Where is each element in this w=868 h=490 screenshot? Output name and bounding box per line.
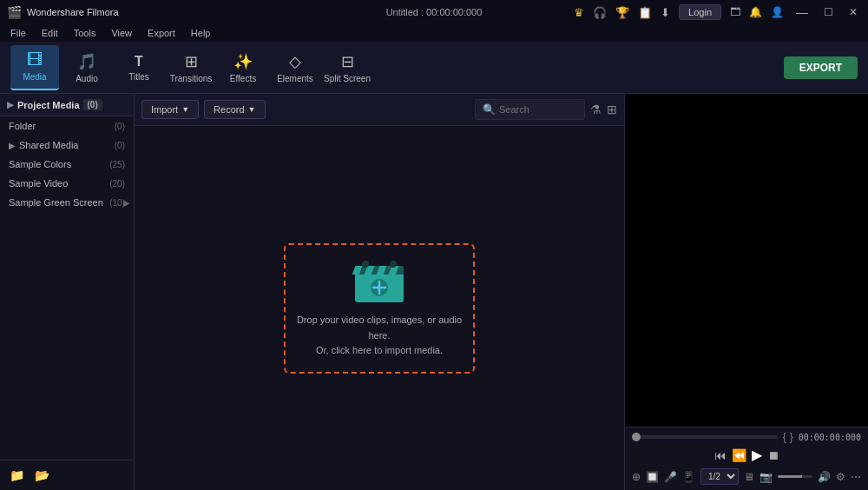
bracket-close: } xyxy=(790,431,793,443)
login-button[interactable]: Login xyxy=(679,4,721,20)
menu-help[interactable]: Help xyxy=(184,26,218,40)
media-label: Media xyxy=(23,72,46,82)
menu-file[interactable]: File xyxy=(3,26,33,40)
left-panel: ▶ Project Media (0) Folder (0) ▶ Shared … xyxy=(0,94,135,490)
preview-panel: { } 00:00:00:000 ⏮ ⏪ ▶ ⏹ ⊕ 🔲 🎤 📱 1/2 🖥 xyxy=(625,94,868,490)
voiceover-icon[interactable]: 🎤 xyxy=(664,471,677,483)
tool-effects[interactable]: ✨ Effects xyxy=(219,45,267,90)
step-back-icon[interactable]: ⏪ xyxy=(732,448,746,462)
tool-audio[interactable]: 🎵 Audio xyxy=(62,45,111,90)
title-bar: 🎬 Wondershare Filmora Untitled : 00:00:0… xyxy=(0,0,868,24)
menu-export[interactable]: Export xyxy=(141,26,182,40)
search-box: 🔍 xyxy=(475,99,585,120)
skip-back-icon[interactable]: ⏮ xyxy=(714,448,727,462)
drop-zone-inner[interactable]: Drop your video clips, images, or audio … xyxy=(284,243,475,374)
volume-slider[interactable] xyxy=(778,475,812,478)
maximize-restore-icon[interactable]: 🗔 xyxy=(730,6,740,18)
grid-view-icon[interactable]: ⊞ xyxy=(607,103,617,116)
svg-point-10 xyxy=(390,261,397,268)
snapshot-icon[interactable]: ⊕ xyxy=(632,471,641,483)
panel-item-video[interactable]: Sample Video (20) xyxy=(0,174,134,193)
record-chevron-icon: ▼ xyxy=(248,105,256,114)
menu-edit[interactable]: Edit xyxy=(35,26,65,40)
clapperboard-icon xyxy=(352,257,407,306)
panel-item-colors[interactable]: Sample Colors (25) xyxy=(0,155,134,174)
more-icon[interactable]: ⋯ xyxy=(851,471,861,483)
play-icon[interactable]: ▶ xyxy=(752,447,762,463)
drop-text: Drop your video clips, images, or audio … xyxy=(286,313,473,359)
tool-transitions[interactable]: ⊞ Transitions xyxy=(167,45,215,90)
crown-icon: ♛ xyxy=(574,6,584,19)
trophy-icon[interactable]: 🏆 xyxy=(615,6,629,19)
record-label: Record xyxy=(214,104,244,115)
time-brackets: { } xyxy=(783,431,793,443)
tool-splitscreen[interactable]: ⊟ Split Screen xyxy=(323,45,372,90)
settings-icon[interactable]: ⚙ xyxy=(836,471,845,483)
tool-elements[interactable]: ◇ Elements xyxy=(271,45,319,90)
panel-item-shared[interactable]: ▶ Shared Media (0) xyxy=(0,136,134,155)
mobile-icon[interactable]: 📱 xyxy=(682,471,695,483)
close-button[interactable]: ✕ xyxy=(845,6,861,18)
greenscreen-label: Sample Green Screen xyxy=(9,197,103,208)
bracket-open: { xyxy=(783,431,786,443)
logo-icon: 🎬 xyxy=(7,5,22,19)
tool-titles[interactable]: T Titles xyxy=(115,45,163,90)
preview-playback-controls: ⏮ ⏪ ▶ ⏹ xyxy=(632,447,861,463)
svg-point-9 xyxy=(362,261,369,268)
folder-count: (0) xyxy=(115,122,125,131)
speed-select[interactable]: 1/2 xyxy=(700,468,739,485)
filter-icon[interactable]: ⚗ xyxy=(590,103,602,116)
drop-text-line1: Drop your video clips, images, or audio … xyxy=(286,313,473,343)
panel-footer: 📁 📂 xyxy=(0,460,134,490)
colors-label: Sample Colors xyxy=(9,159,71,169)
export-button[interactable]: EXPORT xyxy=(784,56,858,79)
import-label: Import xyxy=(151,104,178,115)
menu-tools[interactable]: Tools xyxy=(67,26,103,40)
app-name: Wondershare Filmora xyxy=(27,7,119,17)
transitions-icon: ⊞ xyxy=(185,52,198,71)
project-media-badge: (0) xyxy=(83,99,102,110)
seekbar-track[interactable] xyxy=(632,435,778,439)
titles-icon: T xyxy=(135,54,143,70)
panel-item-greenscreen[interactable]: Sample Green Screen (10) ▶ xyxy=(0,193,134,212)
crop-icon[interactable]: 🔲 xyxy=(646,471,659,483)
panel-item-folder[interactable]: Folder (0) xyxy=(0,116,134,136)
panel-header: ▶ Project Media (0) xyxy=(0,94,134,116)
clipboard-icon[interactable]: 📋 xyxy=(638,6,652,19)
add-folder-icon[interactable]: 📁 xyxy=(7,466,27,485)
titles-label: Titles xyxy=(128,72,149,82)
window-title: Untitled : 00:00:00:000 xyxy=(386,7,483,17)
maximize-button[interactable]: ☐ xyxy=(820,6,837,18)
video-label: Sample Video xyxy=(9,178,68,189)
audio-label: Audio xyxy=(76,74,98,83)
import-button[interactable]: Import ▼ xyxy=(141,100,199,119)
main-content: ▶ Project Media (0) Folder (0) ▶ Shared … xyxy=(0,94,868,490)
effects-icon: ✨ xyxy=(233,52,253,71)
transitions-label: Transitions xyxy=(170,74,213,83)
media-icon: 🎞 xyxy=(27,51,43,70)
tool-media[interactable]: 🎞 Media xyxy=(10,45,59,90)
stop-icon[interactable]: ⏹ xyxy=(767,448,779,462)
media-icons: ⚗ ⊞ xyxy=(590,103,617,116)
camera-icon[interactable]: 📷 xyxy=(760,471,773,483)
drop-zone[interactable]: Drop your video clips, images, or audio … xyxy=(135,126,624,490)
search-input[interactable] xyxy=(499,104,577,115)
splitscreen-label: Split Screen xyxy=(324,74,371,83)
bell-icon[interactable]: 🔔 xyxy=(749,6,762,18)
download-icon[interactable]: ⬇ xyxy=(661,6,670,19)
shared-count: (0) xyxy=(115,141,125,150)
panel-header-left: ▶ Project Media (0) xyxy=(7,99,102,110)
delete-icon[interactable]: 📂 xyxy=(32,466,52,485)
monitor-icon[interactable]: 🖥 xyxy=(744,471,754,483)
shared-expand-icon: ▶ xyxy=(9,141,16,150)
headphone-icon[interactable]: 🎧 xyxy=(593,6,607,19)
panel-expand-icon[interactable]: ▶ xyxy=(7,100,14,109)
volume-icon[interactable]: 🔊 xyxy=(818,471,831,483)
person-icon[interactable]: 👤 xyxy=(771,6,784,18)
minimize-button[interactable]: — xyxy=(792,5,812,19)
seekbar-thumb[interactable] xyxy=(632,433,641,441)
elements-label: Elements xyxy=(277,74,313,83)
record-button[interactable]: Record ▼ xyxy=(204,100,265,119)
logo-area: 🎬 Wondershare Filmora xyxy=(7,5,119,19)
menu-view[interactable]: View xyxy=(104,26,139,40)
